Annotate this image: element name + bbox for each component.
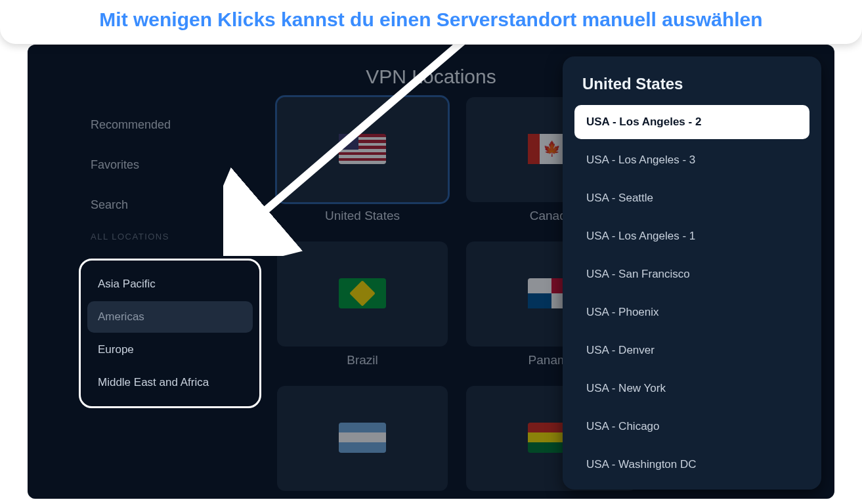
flag-ar-icon xyxy=(339,423,386,453)
server-item[interactable]: USA - Chicago xyxy=(574,410,809,444)
annotation-caption: Mit wenigen Klicks kannst du einen Serve… xyxy=(0,0,862,44)
country-label: Argentina xyxy=(277,497,448,499)
server-item[interactable]: USA - Los Angeles - 3 xyxy=(574,143,809,177)
vpn-app-window: VPN Locations Recommended Favorites Sear… xyxy=(28,45,834,499)
server-list-panel: United States USA - Los Angeles - 2 USA … xyxy=(563,56,821,490)
server-panel-title: United States xyxy=(582,75,802,93)
sidebar-section-label: ALL LOCATIONS xyxy=(91,232,248,242)
server-item[interactable]: USA - Denver xyxy=(574,333,809,368)
server-item[interactable]: USA - Los Angeles - 1 xyxy=(574,219,809,253)
region-americas[interactable]: Americas xyxy=(87,301,253,333)
country-label: Bolivia xyxy=(466,497,637,499)
region-middle-east-africa[interactable]: Middle East and Africa xyxy=(87,367,253,398)
regions-highlight-box: Asia Pacific Americas Europe Middle East… xyxy=(79,259,261,408)
server-item[interactable]: USA - Los Angeles - 2 xyxy=(574,105,809,139)
country-label: Brazil xyxy=(277,353,448,368)
flag-us-icon xyxy=(339,134,386,164)
region-asia-pacific[interactable]: Asia Pacific xyxy=(87,268,253,300)
server-item[interactable]: USA - San Francisco xyxy=(574,257,809,291)
region-europe[interactable]: Europe xyxy=(87,334,253,366)
flag-br-icon xyxy=(339,278,386,308)
country-card-brazil[interactable]: Brazil xyxy=(277,242,448,368)
sidebar: Recommended Favorites Search ALL LOCATIO… xyxy=(91,110,248,253)
page-title: VPN Locations xyxy=(366,66,496,88)
server-item[interactable]: USA - Seattle xyxy=(574,181,809,215)
server-item[interactable]: USA - Washington DC xyxy=(574,448,809,482)
sidebar-item-favorites[interactable]: Favorites xyxy=(91,150,248,180)
sidebar-item-recommended[interactable]: Recommended xyxy=(91,110,248,140)
server-item[interactable]: USA - Phoenix xyxy=(574,295,809,329)
country-card-argentina[interactable]: Argentina xyxy=(277,386,448,499)
sidebar-item-search[interactable]: Search xyxy=(91,190,248,220)
country-label: United States xyxy=(277,209,448,223)
country-card-united-states[interactable]: United States xyxy=(277,97,448,223)
server-item[interactable]: USA - New York xyxy=(574,371,809,406)
